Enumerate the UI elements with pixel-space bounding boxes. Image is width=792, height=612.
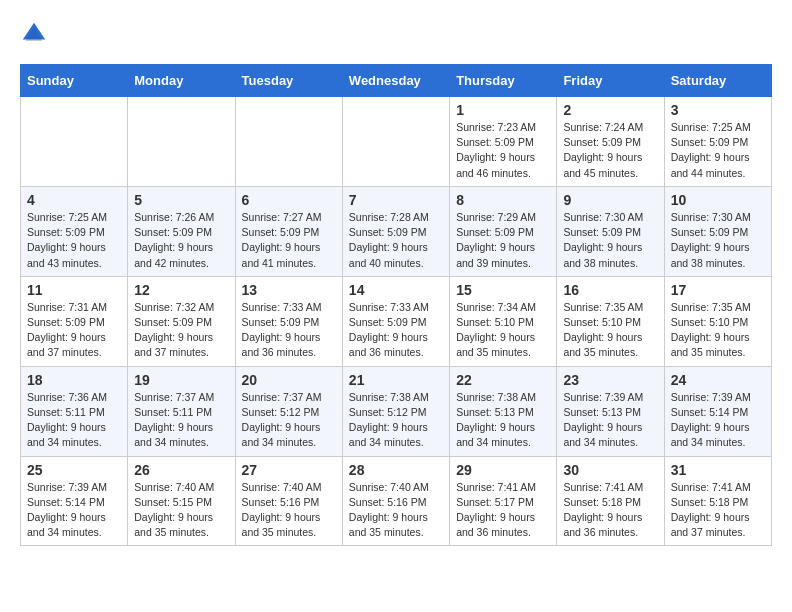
- logo: [20, 20, 52, 48]
- day-info: Sunrise: 7:38 AMSunset: 5:12 PMDaylight:…: [349, 390, 443, 451]
- calendar-cell: 19Sunrise: 7:37 AMSunset: 5:11 PMDayligh…: [128, 366, 235, 456]
- day-number: 4: [27, 192, 121, 208]
- calendar-cell: 28Sunrise: 7:40 AMSunset: 5:16 PMDayligh…: [342, 456, 449, 546]
- day-number: 16: [563, 282, 657, 298]
- day-info: Sunrise: 7:41 AMSunset: 5:18 PMDaylight:…: [563, 480, 657, 541]
- calendar-cell: 12Sunrise: 7:32 AMSunset: 5:09 PMDayligh…: [128, 276, 235, 366]
- calendar-cell: 1Sunrise: 7:23 AMSunset: 5:09 PMDaylight…: [450, 97, 557, 187]
- calendar-cell: 4Sunrise: 7:25 AMSunset: 5:09 PMDaylight…: [21, 186, 128, 276]
- day-info: Sunrise: 7:30 AMSunset: 5:09 PMDaylight:…: [563, 210, 657, 271]
- day-info: Sunrise: 7:35 AMSunset: 5:10 PMDaylight:…: [563, 300, 657, 361]
- col-header-monday: Monday: [128, 65, 235, 97]
- col-header-friday: Friday: [557, 65, 664, 97]
- day-number: 31: [671, 462, 765, 478]
- page-header: [20, 20, 772, 48]
- day-info: Sunrise: 7:31 AMSunset: 5:09 PMDaylight:…: [27, 300, 121, 361]
- col-header-saturday: Saturday: [664, 65, 771, 97]
- calendar-week-row: 18Sunrise: 7:36 AMSunset: 5:11 PMDayligh…: [21, 366, 772, 456]
- calendar-table: SundayMondayTuesdayWednesdayThursdayFrid…: [20, 64, 772, 546]
- day-number: 10: [671, 192, 765, 208]
- day-number: 15: [456, 282, 550, 298]
- day-number: 23: [563, 372, 657, 388]
- day-number: 3: [671, 102, 765, 118]
- day-number: 17: [671, 282, 765, 298]
- day-info: Sunrise: 7:40 AMSunset: 5:16 PMDaylight:…: [349, 480, 443, 541]
- day-info: Sunrise: 7:35 AMSunset: 5:10 PMDaylight:…: [671, 300, 765, 361]
- day-info: Sunrise: 7:25 AMSunset: 5:09 PMDaylight:…: [27, 210, 121, 271]
- day-info: Sunrise: 7:41 AMSunset: 5:18 PMDaylight:…: [671, 480, 765, 541]
- day-info: Sunrise: 7:37 AMSunset: 5:11 PMDaylight:…: [134, 390, 228, 451]
- logo-icon: [20, 20, 48, 48]
- calendar-header-row: SundayMondayTuesdayWednesdayThursdayFrid…: [21, 65, 772, 97]
- day-info: Sunrise: 7:23 AMSunset: 5:09 PMDaylight:…: [456, 120, 550, 181]
- calendar-cell: 23Sunrise: 7:39 AMSunset: 5:13 PMDayligh…: [557, 366, 664, 456]
- calendar-cell: [21, 97, 128, 187]
- day-number: 11: [27, 282, 121, 298]
- day-info: Sunrise: 7:38 AMSunset: 5:13 PMDaylight:…: [456, 390, 550, 451]
- day-number: 21: [349, 372, 443, 388]
- calendar-cell: 9Sunrise: 7:30 AMSunset: 5:09 PMDaylight…: [557, 186, 664, 276]
- calendar-body: 1Sunrise: 7:23 AMSunset: 5:09 PMDaylight…: [21, 97, 772, 546]
- day-info: Sunrise: 7:29 AMSunset: 5:09 PMDaylight:…: [456, 210, 550, 271]
- calendar-week-row: 4Sunrise: 7:25 AMSunset: 5:09 PMDaylight…: [21, 186, 772, 276]
- calendar-cell: 10Sunrise: 7:30 AMSunset: 5:09 PMDayligh…: [664, 186, 771, 276]
- calendar-cell: 25Sunrise: 7:39 AMSunset: 5:14 PMDayligh…: [21, 456, 128, 546]
- calendar-cell: 20Sunrise: 7:37 AMSunset: 5:12 PMDayligh…: [235, 366, 342, 456]
- day-number: 29: [456, 462, 550, 478]
- day-info: Sunrise: 7:39 AMSunset: 5:13 PMDaylight:…: [563, 390, 657, 451]
- calendar-cell: 29Sunrise: 7:41 AMSunset: 5:17 PMDayligh…: [450, 456, 557, 546]
- calendar-cell: 22Sunrise: 7:38 AMSunset: 5:13 PMDayligh…: [450, 366, 557, 456]
- day-info: Sunrise: 7:39 AMSunset: 5:14 PMDaylight:…: [27, 480, 121, 541]
- calendar-cell: 11Sunrise: 7:31 AMSunset: 5:09 PMDayligh…: [21, 276, 128, 366]
- day-number: 20: [242, 372, 336, 388]
- calendar-cell: 7Sunrise: 7:28 AMSunset: 5:09 PMDaylight…: [342, 186, 449, 276]
- calendar-cell: 31Sunrise: 7:41 AMSunset: 5:18 PMDayligh…: [664, 456, 771, 546]
- calendar-cell: 26Sunrise: 7:40 AMSunset: 5:15 PMDayligh…: [128, 456, 235, 546]
- day-info: Sunrise: 7:24 AMSunset: 5:09 PMDaylight:…: [563, 120, 657, 181]
- calendar-week-row: 25Sunrise: 7:39 AMSunset: 5:14 PMDayligh…: [21, 456, 772, 546]
- calendar-cell: 27Sunrise: 7:40 AMSunset: 5:16 PMDayligh…: [235, 456, 342, 546]
- day-info: Sunrise: 7:25 AMSunset: 5:09 PMDaylight:…: [671, 120, 765, 181]
- calendar-cell: 24Sunrise: 7:39 AMSunset: 5:14 PMDayligh…: [664, 366, 771, 456]
- day-number: 24: [671, 372, 765, 388]
- calendar-cell: 8Sunrise: 7:29 AMSunset: 5:09 PMDaylight…: [450, 186, 557, 276]
- calendar-cell: 6Sunrise: 7:27 AMSunset: 5:09 PMDaylight…: [235, 186, 342, 276]
- calendar-week-row: 11Sunrise: 7:31 AMSunset: 5:09 PMDayligh…: [21, 276, 772, 366]
- day-number: 14: [349, 282, 443, 298]
- day-info: Sunrise: 7:33 AMSunset: 5:09 PMDaylight:…: [349, 300, 443, 361]
- col-header-tuesday: Tuesday: [235, 65, 342, 97]
- col-header-wednesday: Wednesday: [342, 65, 449, 97]
- day-info: Sunrise: 7:39 AMSunset: 5:14 PMDaylight:…: [671, 390, 765, 451]
- day-number: 8: [456, 192, 550, 208]
- calendar-cell: 21Sunrise: 7:38 AMSunset: 5:12 PMDayligh…: [342, 366, 449, 456]
- day-info: Sunrise: 7:28 AMSunset: 5:09 PMDaylight:…: [349, 210, 443, 271]
- day-number: 9: [563, 192, 657, 208]
- day-number: 30: [563, 462, 657, 478]
- day-number: 7: [349, 192, 443, 208]
- calendar-cell: 5Sunrise: 7:26 AMSunset: 5:09 PMDaylight…: [128, 186, 235, 276]
- day-number: 27: [242, 462, 336, 478]
- calendar-cell: 3Sunrise: 7:25 AMSunset: 5:09 PMDaylight…: [664, 97, 771, 187]
- day-number: 6: [242, 192, 336, 208]
- day-info: Sunrise: 7:32 AMSunset: 5:09 PMDaylight:…: [134, 300, 228, 361]
- calendar-cell: 14Sunrise: 7:33 AMSunset: 5:09 PMDayligh…: [342, 276, 449, 366]
- calendar-week-row: 1Sunrise: 7:23 AMSunset: 5:09 PMDaylight…: [21, 97, 772, 187]
- col-header-thursday: Thursday: [450, 65, 557, 97]
- day-number: 18: [27, 372, 121, 388]
- day-info: Sunrise: 7:40 AMSunset: 5:16 PMDaylight:…: [242, 480, 336, 541]
- day-number: 5: [134, 192, 228, 208]
- day-info: Sunrise: 7:36 AMSunset: 5:11 PMDaylight:…: [27, 390, 121, 451]
- day-info: Sunrise: 7:37 AMSunset: 5:12 PMDaylight:…: [242, 390, 336, 451]
- calendar-cell: 16Sunrise: 7:35 AMSunset: 5:10 PMDayligh…: [557, 276, 664, 366]
- day-number: 28: [349, 462, 443, 478]
- calendar-cell: [342, 97, 449, 187]
- calendar-cell: 15Sunrise: 7:34 AMSunset: 5:10 PMDayligh…: [450, 276, 557, 366]
- day-number: 13: [242, 282, 336, 298]
- calendar-cell: 17Sunrise: 7:35 AMSunset: 5:10 PMDayligh…: [664, 276, 771, 366]
- day-info: Sunrise: 7:27 AMSunset: 5:09 PMDaylight:…: [242, 210, 336, 271]
- day-number: 22: [456, 372, 550, 388]
- calendar-cell: [128, 97, 235, 187]
- calendar-cell: [235, 97, 342, 187]
- day-info: Sunrise: 7:34 AMSunset: 5:10 PMDaylight:…: [456, 300, 550, 361]
- day-number: 19: [134, 372, 228, 388]
